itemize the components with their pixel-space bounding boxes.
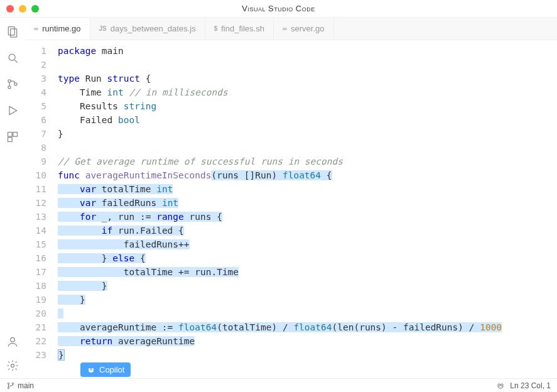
svg-point-11 [11, 337, 15, 342]
code-text[interactable]: averageRuntime := float64(totalTime) / f… [58, 320, 557, 334]
source-control-icon[interactable] [5, 77, 20, 92]
code-text[interactable]: for _, run := range runs { [58, 210, 557, 224]
window-controls [0, 5, 39, 13]
file-type-icon: ∞ [34, 25, 38, 32]
code-line[interactable]: 1package main [25, 44, 557, 58]
extensions-icon[interactable] [5, 129, 20, 144]
line-number: 11 [25, 182, 58, 196]
line-number: 18 [25, 279, 58, 293]
svg-point-19 [501, 384, 504, 386]
line-number: 22 [25, 334, 58, 348]
code-line[interactable]: 10func averageRuntimeInSeconds(runs []Ru… [25, 168, 557, 182]
run-debug-icon[interactable] [5, 103, 20, 118]
code-line[interactable]: 21 averageRuntime := float64(totalTime) … [25, 320, 557, 334]
code-line[interactable]: 13 for _, run := range runs { [25, 210, 557, 224]
code-text[interactable]: Failed bool [58, 113, 557, 127]
code-line[interactable]: 8 [25, 141, 557, 155]
line-number: 17 [25, 265, 58, 279]
code-line[interactable]: 15 failedRuns++ [25, 237, 557, 251]
svg-marker-7 [9, 106, 17, 114]
line-number: 19 [25, 293, 58, 307]
line-number: 14 [25, 224, 58, 237]
svg-point-2 [9, 54, 15, 60]
code-text[interactable]: } [58, 293, 557, 307]
code-text[interactable]: func averageRuntimeInSeconds(runs []Run)… [58, 168, 557, 182]
code-line[interactable]: 23} [25, 348, 557, 362]
code-text[interactable]: package main [58, 44, 557, 58]
code-line[interactable]: 19 } [25, 293, 557, 307]
svg-rect-1 [11, 29, 17, 37]
code-text[interactable]: Time int // in milliseconds [58, 85, 557, 99]
tab-runtime-go[interactable]: ∞runtime.go [25, 18, 90, 40]
search-icon[interactable] [5, 50, 20, 65]
code-line[interactable]: 7} [25, 127, 557, 141]
code-text[interactable]: // Get average runtime of successful run… [58, 155, 557, 168]
explorer-icon[interactable] [5, 24, 20, 39]
svg-point-6 [14, 83, 17, 85]
code-line[interactable]: 14 if run.Failed { [25, 224, 557, 237]
tab-find_files-sh[interactable]: $find_files.sh [205, 18, 274, 40]
code-line[interactable]: 4 Time int // in milliseconds [25, 85, 557, 99]
code-text[interactable]: } [58, 348, 557, 362]
svg-point-16 [8, 387, 9, 388]
code-line[interactable]: 6 Failed bool [25, 113, 557, 127]
branch-icon [6, 381, 15, 390]
code-line[interactable]: 9// Get average runtime of successful ru… [25, 155, 557, 168]
svg-point-5 [8, 86, 11, 89]
code-line[interactable]: 17 totalTime += run.Time [25, 265, 557, 279]
settings-gear-icon[interactable] [5, 358, 20, 373]
line-number: 13 [25, 210, 58, 224]
svg-point-15 [8, 383, 9, 384]
window-title: Visual Studio Code [0, 4, 557, 13]
svg-point-17 [12, 383, 13, 384]
code-text[interactable]: var failedRuns int [58, 196, 557, 210]
minimize-window-button[interactable] [19, 5, 26, 13]
code-text[interactable]: } else { [58, 251, 557, 265]
line-number: 16 [25, 251, 58, 265]
code-text[interactable]: type Run struct { [58, 72, 557, 85]
code-text[interactable]: return averageRuntime [58, 334, 557, 348]
code-text[interactable]: Results string [58, 99, 557, 113]
code-text[interactable]: totalTime += run.Time [58, 265, 557, 279]
line-number: 10 [25, 168, 58, 182]
code-line[interactable]: 18 } [25, 279, 557, 293]
line-number: 1 [25, 44, 58, 58]
code-line[interactable]: 16 } else { [25, 251, 557, 265]
copilot-status-icon[interactable] [496, 381, 505, 390]
tab-days_between_dates-js[interactable]: JSdays_between_dates.js [90, 18, 205, 40]
line-number: 15 [25, 237, 58, 251]
copilot-button[interactable]: Copilot [80, 362, 131, 377]
account-icon[interactable] [5, 334, 20, 349]
code-text[interactable]: if run.Failed { [58, 224, 557, 237]
code-editor[interactable]: 1package main23type Run struct {4 Time i… [25, 40, 557, 378]
tab-server-go[interactable]: ∞server.go [274, 18, 334, 40]
maximize-window-button[interactable] [31, 5, 39, 13]
code-line[interactable]: 20 [25, 307, 557, 320]
code-text[interactable] [58, 141, 557, 155]
line-number: 7 [25, 127, 58, 141]
code-text[interactable]: } [58, 279, 557, 293]
code-line[interactable]: 12 var failedRuns int [25, 196, 557, 210]
code-line[interactable]: 22 return averageRuntime [25, 334, 557, 348]
line-number: 9 [25, 155, 58, 168]
code-text[interactable]: } [58, 127, 557, 141]
line-number: 4 [25, 85, 58, 99]
code-text[interactable] [58, 58, 557, 72]
status-bar: main Ln 23 Col, 1 [0, 378, 557, 392]
line-number: 8 [25, 141, 58, 155]
code-line[interactable]: 3type Run struct { [25, 72, 557, 85]
code-line[interactable]: 11 var totalTime int [25, 182, 557, 196]
code-text[interactable]: failedRuns++ [58, 237, 557, 251]
code-line[interactable]: 5 Results string [25, 99, 557, 113]
cursor-position[interactable]: Ln 23 Col, 1 [510, 381, 551, 390]
git-branch-indicator[interactable]: main [6, 381, 34, 390]
svg-point-14 [92, 368, 94, 371]
line-number: 12 [25, 196, 58, 210]
code-text[interactable]: var totalTime int [58, 182, 557, 196]
code-text[interactable] [58, 307, 557, 320]
editor-tabs: ∞runtime.goJSdays_between_dates.js$find_… [25, 18, 557, 40]
code-line[interactable]: 2 [25, 58, 557, 72]
close-window-button[interactable] [6, 5, 14, 13]
branch-name: main [18, 381, 34, 390]
line-number: 5 [25, 99, 58, 113]
